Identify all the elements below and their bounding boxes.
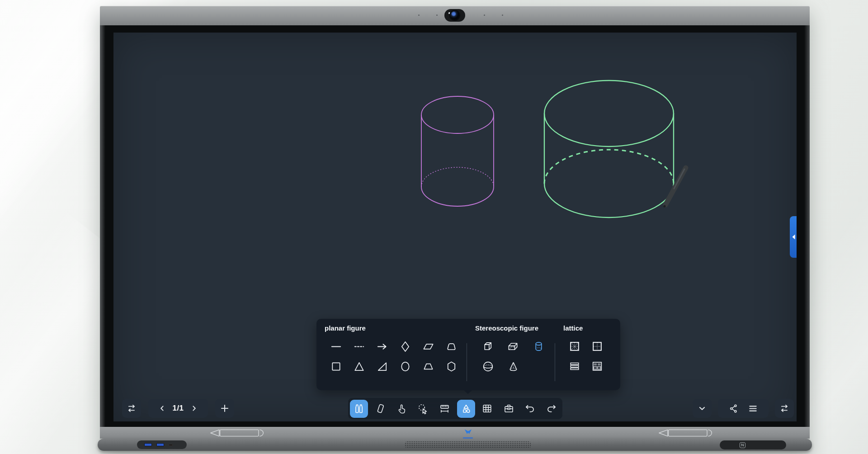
panel-divider [467,343,467,381]
shape-hexagon[interactable] [440,356,463,376]
mic-hole [484,14,485,16]
usbc-port [169,444,173,446]
next-page-button[interactable] [189,404,198,413]
redo-button[interactable] [542,400,561,418]
shape-diamond[interactable] [394,336,417,356]
lattice-tian-character-grid[interactable] [586,336,609,356]
sphere-icon [482,360,494,373]
shape-cuboid[interactable] [475,336,500,356]
camera [444,9,465,22]
stylus-outline-icon [205,429,273,437]
parallelogram-icon [422,340,434,353]
nfc-area: N [720,440,786,449]
shapes-panel: planar figure [316,319,620,390]
shape-cone[interactable] [500,356,526,376]
stylus-tray-left [205,429,273,439]
share-button[interactable] [728,403,739,414]
hexagon-icon [445,360,458,373]
whiteboard-canvas[interactable]: planar figure [113,33,797,421]
pen-tool-button[interactable] [350,400,368,418]
usb-port [144,443,152,446]
mic-hole [418,14,420,16]
ruled-lines-icon [569,360,580,372]
share-icon [728,403,739,414]
undo-icon [524,403,536,414]
stereoscopic-figure-section: Stereoscopic figure [475,324,551,390]
previous-page-button[interactable] [158,404,167,413]
panel-divider [555,343,555,381]
stereoscopic-shape-grid [475,336,551,376]
lattice-mi-character-grid[interactable] [563,336,586,356]
toolbox-icon [503,403,514,414]
shape-trapezoid[interactable] [417,356,440,376]
trapezoid-icon [422,360,434,373]
add-page-button[interactable] [215,399,234,418]
lattice-grid [563,336,609,376]
select-tool-button[interactable] [414,400,432,418]
chevron-left-icon [158,404,167,413]
stylus-tray-right [653,429,721,439]
shape-rounded-trapezoid[interactable] [440,336,463,356]
shape-square[interactable] [325,356,348,376]
gesture-tool-button[interactable] [393,400,411,418]
shape-right-triangle[interactable] [371,356,394,376]
switch-tools-button-left[interactable] [122,399,141,418]
line-icon [330,340,342,353]
room-background: planar figure [0,0,868,454]
long-cuboid-icon [507,340,519,353]
stylus-pen [663,168,686,208]
page-navigator: 1/1 [148,399,208,418]
share-menu-group [718,399,769,418]
select-lasso-icon [417,403,429,414]
planar-shape-grid [325,336,463,376]
shape-dashed-line[interactable] [348,336,371,356]
green-cylinder-drawing [544,80,674,218]
shape-ellipse[interactable] [394,356,417,376]
toolbox-button[interactable] [500,400,518,418]
shape-sphere[interactable] [475,356,500,376]
chevron-down-icon [697,403,707,413]
mi-character-grid-icon [569,340,580,352]
lattice-ruled-lines[interactable] [563,356,586,376]
shape-triangle[interactable] [348,356,371,376]
diamond-icon [399,340,411,353]
collapse-toolbar-button[interactable] [693,399,712,418]
shape-line[interactable] [325,336,348,356]
pen-icon [353,403,365,415]
shape-parallelogram[interactable] [417,336,440,356]
cuboid-icon [482,340,494,353]
undo-button[interactable] [521,400,539,418]
shape-cylinder-selected[interactable] [526,336,551,356]
redo-icon [546,403,557,414]
interactive-flat-panel: planar figure [100,6,810,451]
ruler-tool-button[interactable] [435,400,453,418]
top-bezel [100,6,810,25]
eraser-tool-button[interactable] [371,400,389,418]
menu-icon [748,403,758,414]
eraser-icon [375,403,386,414]
mic-hole [436,14,438,16]
shapes-tool-button[interactable] [457,400,475,418]
brand-logo [461,428,475,439]
shape-arrow[interactable] [371,336,394,356]
planar-figure-section: planar figure [325,324,463,390]
gesture-hand-icon [396,403,407,414]
menu-button[interactable] [748,403,758,414]
chevron-right-icon [189,404,198,413]
four-line-pinyin-grid-icon [591,360,603,372]
shape-long-cuboid[interactable] [500,336,526,356]
tian-character-grid-icon [591,340,603,352]
ruler-icon [439,403,450,414]
square-icon [330,360,342,373]
page-indicator: 1/1 [172,404,184,413]
switch-arrows-icon [779,403,790,414]
switch-tools-button-right[interactable] [775,399,794,418]
mic-hole [502,14,503,16]
nfc-icon: N [740,442,745,448]
lattice-four-line-pinyin-grid[interactable] [586,356,609,376]
planar-figure-label: planar figure [325,324,463,332]
table-tool-button[interactable] [478,400,496,418]
footer-right-group [693,399,794,418]
screen-frame: planar figure [100,25,810,427]
side-drawer-handle[interactable] [790,216,797,258]
